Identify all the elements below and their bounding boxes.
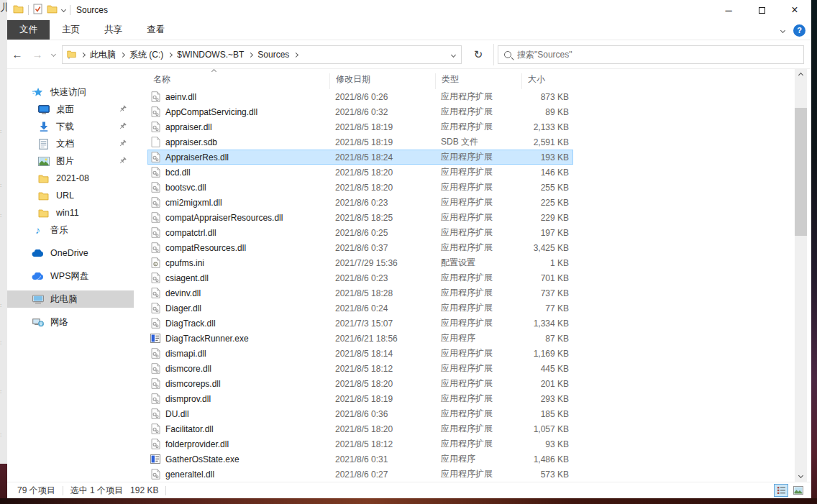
status-bar: 79 个项目 选中 1 个项目 192 KB [7,482,811,498]
file-row[interactable]: Facilitator.dll2021/8/5 18:20应用程序扩展1,057… [147,421,573,436]
sidebar-item-folder-6[interactable]: URL [7,187,134,204]
file-name-cell: dismapi.dll [147,348,329,359]
help-icon[interactable]: ? [793,24,805,37]
refresh-button[interactable]: ↻ [467,45,489,64]
vertical-scrollbar[interactable] [795,69,807,482]
sidebar-item-this-pc-11[interactable]: 此电脑 [7,290,134,308]
dll-file-icon [150,408,160,419]
close-button[interactable]: × [778,0,811,20]
pin-icon [119,122,127,132]
file-date-modified: 2021/8/5 18:28 [329,288,435,298]
recent-locations-chevron-icon[interactable] [47,52,59,56]
file-row[interactable]: compatAppraiserResources.dll2021/8/5 18:… [147,210,573,225]
sidebar-item-pictures-4[interactable]: 图片 [7,152,134,170]
customize-toolbar-chevron-icon[interactable] [61,6,66,12]
file-row[interactable]: cpufms.ini2021/7/29 15:36配置设置1 KB [147,255,573,270]
sidebar-item-folder-5[interactable]: 2021-08 [7,170,134,187]
sidebar-item-quick-access-0[interactable]: 快速访问 [7,83,134,101]
file-row[interactable]: dismcoreps.dll2021/8/5 18:20应用程序扩展201 KB [147,376,573,391]
sidebar-item-documents-3[interactable]: 文档 [7,135,134,152]
window-title: Sources [76,5,108,15]
file-row[interactable]: dismapi.dll2021/8/5 18:14应用程序扩展1,169 KB [147,346,573,361]
large-icons-view-button[interactable] [791,484,805,497]
breadcrumb-chevron-icon[interactable] [81,52,86,57]
file-row[interactable]: bootsvc.dll2021/8/5 18:20应用程序扩展255 KB [147,180,573,195]
file-row[interactable]: devinv.dll2021/8/5 18:28应用程序扩展737 KB [147,285,573,301]
file-row[interactable]: dismprov.dll2021/8/5 18:19应用程序扩展293 KB [147,391,573,406]
breadcrumb-segment[interactable]: 此电脑 [90,49,116,61]
file-type: 应用程序扩展 [435,347,521,359]
file-row[interactable]: appraiser.dll2021/8/5 18:19应用程序扩展2,133 K… [147,119,573,134]
file-row[interactable]: compatctrl.dll2021/8/6 0:25应用程序扩展197 KB [147,225,573,240]
file-row[interactable]: dismcore.dll2021/8/5 18:12应用程序扩展445 KB [147,361,573,376]
sidebar-item-desktop-1[interactable]: 桌面 [7,101,134,118]
ribbon-tab-view[interactable]: 查看 [134,20,177,40]
sidebar-item-label: win11 [56,208,79,218]
column-header-type[interactable]: 类型 [435,73,521,89]
new-folder-icon[interactable] [47,4,58,17]
file-row[interactable]: DiagTrackRunner.exe2021/6/21 18:56应用程序87… [147,331,573,346]
collapse-ribbon-chevron-icon[interactable] [780,27,785,32]
address-bar[interactable]: 此电脑系统 (C:)$WINDOWS.~BTSources [62,45,462,64]
breadcrumb-segment[interactable]: $WINDOWS.~BT [177,50,244,60]
file-row[interactable]: cmi2migxml.dll2021/8/6 0:23应用程序扩展225 KB [147,195,573,210]
column-header-name[interactable]: 名称 [147,73,329,89]
file-row[interactable]: AppraiserRes.dll2021/8/5 18:24应用程序扩展193 … [147,150,573,165]
file-row[interactable]: appraiser.sdb2021/8/5 18:19SDB 文件2,591 K… [147,134,573,150]
scrollbar-thumb[interactable] [795,108,807,236]
ribbon-tab-home[interactable]: 主页 [50,20,92,40]
properties-check-icon[interactable] [33,4,42,17]
file-type: 配置设置 [435,257,521,269]
window-body: 快速访问桌面下载文档图片2021-08URLwin11♪音乐OneDriveWP… [7,69,811,482]
file-row[interactable]: GatherOsState.exe2021/8/6 0:31应用程序1,486 … [147,452,573,467]
details-view-button[interactable] [774,484,788,497]
minimize-button[interactable]: ─ [712,0,745,20]
search-input[interactable] [517,50,798,60]
divider [28,5,29,15]
sidebar-item-onedrive-9[interactable]: OneDrive [7,244,134,262]
ribbon-tab-file[interactable]: 文件 [7,20,50,40]
file-date-modified: 2021/8/5 18:20 [329,379,435,389]
breadcrumb-chevron-icon[interactable] [120,52,125,57]
breadcrumb-chevron-icon[interactable] [293,52,298,57]
sidebar-item-folder-7[interactable]: win11 [7,204,134,221]
scroll-up-icon[interactable] [795,69,807,81]
maximize-button[interactable] [745,0,778,20]
column-header-date-modified[interactable]: 修改日期 [329,73,435,89]
file-row[interactable]: compatResources.dll2021/8/6 0:37应用程序扩展3,… [147,240,573,255]
file-name-cell: bootsvc.dll [147,182,329,193]
file-name: appraiser.dll [165,122,212,132]
forward-button[interactable]: → [27,48,47,60]
sidebar-item-network-12[interactable]: 网络 [7,313,134,331]
sidebar-item-music-8[interactable]: ♪音乐 [7,221,134,239]
file-row[interactable]: aeinv.dll2021/8/6 0:26应用程序扩展873 KB [147,89,573,104]
file-row[interactable]: folderprovider.dll2021/8/5 18:12应用程序扩展93… [147,436,573,452]
file-name: dismprov.dll [165,394,211,404]
file-size: 1 KB [521,258,573,268]
file-date-modified: 2021/8/6 0:36 [329,409,435,419]
breadcrumb-chevron-icon[interactable] [168,52,173,57]
ribbon-tab-share[interactable]: 共享 [92,20,134,40]
file-row[interactable]: Diager.dll2021/8/6 0:24应用程序扩展77 KB [147,301,573,316]
breadcrumb-chevron-icon[interactable] [248,52,253,57]
file-row[interactable]: AppCompatServicing.dll2021/8/6 0:32应用程序扩… [147,104,573,119]
file-row[interactable]: generaltel.dll2021/8/6 0:27应用程序扩展573 KB [147,467,573,482]
dll-file-icon [150,439,160,449]
scroll-down-icon[interactable] [795,469,807,482]
file-row[interactable]: DiagTrack.dll2021/7/3 15:07应用程序扩展1,334 K… [147,316,573,331]
file-name-cell: appraiser.dll [147,122,329,132]
file-row[interactable]: DU.dll2021/8/6 0:36应用程序扩展185 KB [147,406,573,421]
breadcrumb-segment[interactable]: Sources [257,50,289,60]
column-header-size[interactable]: 大小 [521,73,573,89]
back-button[interactable]: ← [7,48,27,60]
address-dropdown-chevron-icon[interactable] [451,52,456,57]
file-name-cell: aeinv.dll [147,91,329,102]
file-row[interactable]: bcd.dll2021/8/5 18:20应用程序扩展146 KB [147,165,573,180]
file-name: dismapi.dll [165,349,206,359]
file-type: 应用程序扩展 [435,302,521,314]
sidebar-item-downloads-2[interactable]: 下载 [7,118,134,135]
sidebar-item-wps-cloud-10[interactable]: WPS网盘 [7,267,134,285]
file-row[interactable]: csiagent.dll2021/8/6 0:23应用程序扩展701 KB [147,270,573,285]
breadcrumb-segment[interactable]: 系统 (C:) [129,49,163,61]
file-date-modified: 2021/8/5 18:19 [329,394,435,404]
